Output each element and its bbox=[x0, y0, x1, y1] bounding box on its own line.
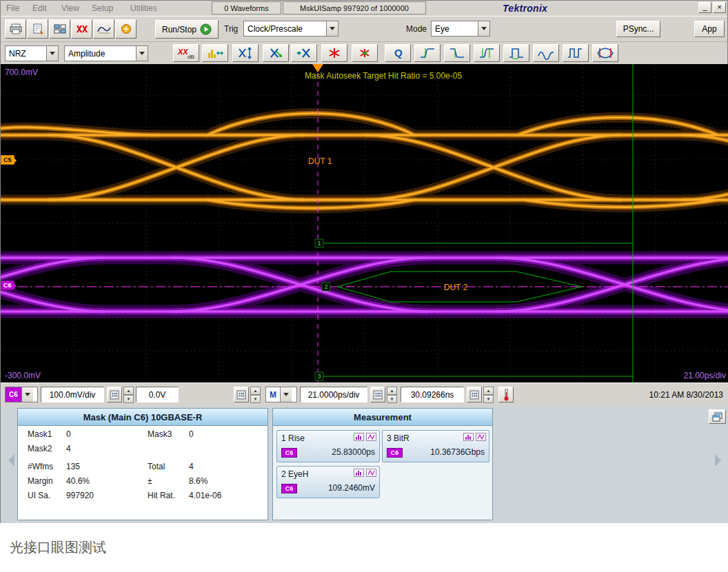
bottom-scale-label: -300.0mV bbox=[5, 371, 41, 380]
rise-time-icon bbox=[418, 46, 436, 60]
app-button[interactable]: App bbox=[694, 21, 725, 37]
mask-autoseek-vertical-button[interactable] bbox=[232, 44, 259, 62]
window-controls: _ × bbox=[698, 2, 726, 13]
histogram-icon[interactable] bbox=[354, 469, 364, 477]
chevron-down-icon bbox=[280, 387, 292, 402]
fall-time-button[interactable] bbox=[444, 44, 470, 62]
top-scale-label: 700.0mV bbox=[5, 68, 38, 77]
mode-select[interactable]: Eye bbox=[431, 21, 490, 37]
dut2-label: DUT 2 bbox=[444, 283, 468, 292]
vertical-scale-field[interactable]: 100.0mV/div bbox=[41, 387, 104, 402]
measurement-panel-header: Measurement bbox=[273, 409, 492, 426]
rise-cursors-icon bbox=[478, 46, 496, 60]
measure-category-select[interactable]: Amplitude bbox=[64, 45, 148, 61]
tile-display-button[interactable] bbox=[49, 19, 70, 39]
print-button[interactable] bbox=[5, 19, 26, 39]
histogram-icon[interactable] bbox=[354, 433, 364, 441]
mask-hit-count-button[interactable] bbox=[352, 44, 378, 62]
x-updown-icon bbox=[236, 46, 254, 60]
offset-field[interactable]: 0.0V bbox=[136, 387, 179, 402]
waveform-display[interactable]: 1 2 3 Mask Autoseek Target Hit Ratio = 5… bbox=[1, 64, 728, 382]
math-button[interactable] bbox=[93, 19, 114, 39]
signal-type-select[interactable]: NRZ bbox=[5, 45, 59, 61]
export-button[interactable] bbox=[27, 19, 48, 39]
horizontal-scale-field[interactable]: 21.0000ps/div bbox=[300, 387, 367, 402]
histogram-icon[interactable] bbox=[463, 433, 474, 441]
spin-down-icon[interactable]: ▼ bbox=[483, 395, 494, 403]
rise-time-button[interactable] bbox=[414, 44, 441, 62]
delay-field[interactable]: 30.09266ns bbox=[401, 387, 464, 402]
measurement-toolbar: NRZ Amplitude XXdB Q bbox=[1, 41, 727, 64]
math-waveform-icon bbox=[97, 23, 111, 34]
waveform-icon[interactable] bbox=[366, 469, 376, 477]
measurement-panel[interactable]: Measurement 1 Rise C6 25.83000ps 3 BitR bbox=[272, 408, 493, 520]
mask-reset-button[interactable] bbox=[321, 44, 347, 62]
measure-category-value: Amplitude bbox=[65, 46, 136, 61]
mask-test-button[interactable] bbox=[71, 19, 92, 39]
measurement-card-bitrate[interactable]: 3 BitR C6 10.36736Gbps bbox=[382, 430, 489, 462]
autoset-button[interactable] bbox=[115, 19, 136, 39]
offset-spinner[interactable]: ▲▼ bbox=[250, 387, 261, 402]
channel5-badge[interactable]: C5 bbox=[1, 155, 14, 165]
tile-windows-icon bbox=[53, 23, 67, 34]
channel-select[interactable]: C6 bbox=[5, 387, 38, 402]
spin-up-icon[interactable]: ▲ bbox=[387, 387, 397, 395]
close-button[interactable]: × bbox=[713, 2, 726, 13]
menu-edit[interactable]: Edit bbox=[32, 3, 47, 13]
scroll-left-arrow[interactable] bbox=[2, 454, 14, 467]
period-button[interactable] bbox=[563, 44, 589, 62]
mask-autoseek-button[interactable] bbox=[263, 44, 289, 62]
thermometer-icon bbox=[501, 389, 511, 401]
horizontal-scale-spinner[interactable]: ▲▼ bbox=[387, 387, 397, 402]
delay-spinner[interactable]: ▲▼ bbox=[483, 387, 494, 402]
mask-results-panel[interactable]: Mask (Main C6) 10GBASE-R Mask10 Mask30 M… bbox=[17, 408, 268, 520]
waveform-icon[interactable] bbox=[476, 433, 486, 441]
red-starburst-icon bbox=[325, 46, 343, 60]
menu-file[interactable]: File bbox=[6, 3, 19, 13]
spin-up-icon[interactable]: ▲ bbox=[123, 387, 134, 395]
spin-down-icon[interactable]: ▼ bbox=[387, 395, 397, 403]
measurement-card-rise[interactable]: 1 Rise C6 25.83000ps bbox=[276, 430, 380, 462]
eye-pattern-button[interactable] bbox=[592, 44, 618, 62]
autoset-compass-icon bbox=[119, 23, 133, 34]
horizontal-scale-keypad-button[interactable] bbox=[370, 387, 385, 402]
spin-up-icon[interactable]: ▲ bbox=[483, 387, 494, 395]
restore-panels-button[interactable] bbox=[709, 409, 726, 424]
timebase-select[interactable]: M bbox=[265, 387, 297, 402]
channel6-badge[interactable]: C6 bbox=[1, 280, 14, 290]
trigger-source-select[interactable]: Clock/Prescale bbox=[243, 21, 338, 37]
tektronix-logo: Tektronix bbox=[503, 3, 547, 14]
menu-view[interactable]: View bbox=[61, 3, 79, 13]
menu-utilities[interactable]: Utilities bbox=[130, 3, 157, 13]
delay-keypad-button[interactable] bbox=[467, 387, 482, 402]
spin-down-icon[interactable]: ▼ bbox=[123, 395, 134, 403]
offset-keypad-button[interactable] bbox=[234, 387, 249, 402]
chevron-down-icon bbox=[46, 46, 58, 61]
period-icon bbox=[567, 46, 585, 60]
vertical-scale-spinner[interactable]: ▲▼ bbox=[123, 387, 134, 402]
run-stop-label: Run/Stop bbox=[162, 25, 196, 34]
mask-test-db-button[interactable]: XXdB bbox=[173, 44, 199, 62]
spin-up-icon[interactable]: ▲ bbox=[250, 387, 261, 395]
svg-text:XX: XX bbox=[177, 48, 188, 56]
measurement-card-eyeheight[interactable]: 2 EyeH C6 109.2460mV bbox=[276, 466, 380, 498]
vertical-scale-keypad-button[interactable] bbox=[107, 387, 122, 402]
pulse-width-button[interactable] bbox=[503, 44, 529, 62]
graticule-grid bbox=[1, 64, 728, 382]
rise-cursors-button[interactable] bbox=[474, 44, 500, 62]
temperature-status-button[interactable] bbox=[498, 387, 514, 402]
waveform-icon[interactable] bbox=[366, 433, 376, 441]
minimize-button[interactable]: _ bbox=[698, 2, 711, 13]
timebase-select-value: M bbox=[266, 387, 280, 402]
menu-setup[interactable]: Setup bbox=[92, 3, 113, 13]
scroll-right-arrow[interactable] bbox=[715, 454, 727, 467]
mask-align-left-button[interactable] bbox=[291, 44, 317, 62]
psync-button[interactable]: PSync... bbox=[616, 21, 660, 37]
spin-down-icon[interactable]: ▼ bbox=[250, 395, 261, 403]
waveform-amplitude-button[interactable] bbox=[533, 44, 559, 62]
keypad-icon bbox=[110, 390, 119, 400]
q-factor-button[interactable]: Q bbox=[385, 44, 411, 62]
svg-text:3: 3 bbox=[317, 373, 321, 380]
run-stop-button[interactable]: Run/Stop bbox=[155, 20, 219, 39]
mask-margin-histogram-button[interactable] bbox=[202, 44, 228, 62]
